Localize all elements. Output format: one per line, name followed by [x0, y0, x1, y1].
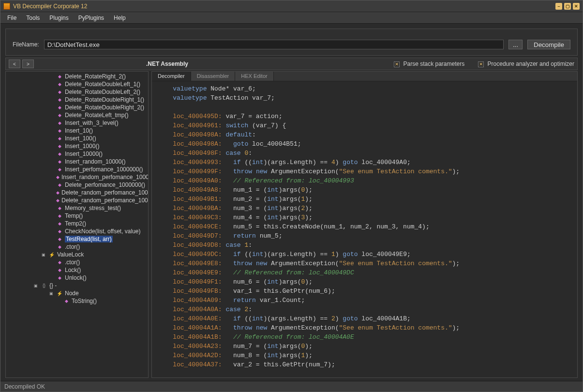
tree-item[interactable]: CheckNode(list, offset, value): [6, 227, 148, 235]
code-line: loc_400049F1: num_6 = (int)args(0);: [158, 277, 571, 286]
app-icon: [3, 3, 10, 10]
menu-file[interactable]: File: [2, 12, 21, 24]
tree-item[interactable]: Temp2(): [6, 220, 148, 227]
parse-stack-checkbox[interactable]: ✕ Parse stack parameters: [394, 60, 464, 67]
code-line: loc_40004A1A: throw new ArgumentExceptio…: [158, 323, 571, 332]
tree-expander-icon[interactable]: ▣: [49, 291, 54, 296]
nav-back-button[interactable]: <: [9, 60, 20, 68]
code-line: loc_400049A0: // Referenced from: loc_40…: [158, 176, 571, 185]
code-line: loc_40004A09: return var_1.Count;: [158, 296, 571, 305]
tree-item[interactable]: Delete_RotateDoubleRight_1(): [6, 96, 148, 104]
tree-item-label: Insert_random_perfomance_1000000(): [61, 174, 148, 181]
tree-item[interactable]: Insert_random_perfomance_1000000(): [6, 173, 148, 181]
nav-forward-button[interactable]: >: [22, 60, 34, 68]
browse-button[interactable]: ...: [508, 40, 523, 49]
menu-plugins[interactable]: Plugins: [45, 12, 73, 24]
parse-stack-label: Parse stack parameters: [404, 60, 465, 67]
tree-expander-icon[interactable]: ▣: [42, 253, 46, 257]
tree-item[interactable]: Insert_1000(): [6, 142, 148, 150]
code-line: loc_400049D7: return num_5;: [158, 231, 571, 241]
tree-item[interactable]: ▣ Node: [6, 289, 148, 297]
minimize-button[interactable]: –: [555, 3, 562, 10]
close-button[interactable]: ✕: [573, 3, 580, 10]
tree-item-label: Delete_RotateDoubleRight_2(): [65, 104, 144, 111]
code-view[interactable]: valuetype Node* var_6; valuetype TestAct…: [152, 81, 577, 377]
tree-item[interactable]: Delete_RotateDoubleLeft_1(): [6, 80, 148, 88]
code-line: loc_40004A1B: // Referenced from: loc_40…: [158, 332, 571, 342]
tree-horizontal-scrollbar[interactable]: [6, 370, 148, 377]
tree-item-label: ValueLock: [57, 251, 84, 258]
tree-item[interactable]: Delete_RotateDoubleLeft_2(): [6, 88, 148, 96]
method-icon: [56, 105, 63, 110]
assembly-type-label: .NET Assembly: [146, 60, 188, 67]
tree-item[interactable]: Delete_perfomance_1000000(): [6, 181, 148, 189]
tree-item[interactable]: Delete_RotateDoubleRight_2(): [6, 104, 148, 111]
tree-item[interactable]: Memory_stress_test(): [6, 204, 148, 212]
tree-item[interactable]: TestRead(list, arr): [6, 235, 148, 243]
tree-item-label: CheckNode(list, offset, value): [65, 228, 141, 235]
code-line: loc_40004A0E: if ((int)(args.Length) == …: [158, 314, 571, 323]
method-icon: [56, 136, 63, 141]
code-panel: Decompiler Disassembler HEX Editor value…: [151, 71, 578, 378]
tree-item[interactable]: Insert_with_3_level(): [6, 119, 148, 127]
method-icon: [56, 174, 60, 180]
tree-item[interactable]: Delete_RotateLeft_tmp(): [6, 111, 148, 119]
menu-help[interactable]: Help: [109, 12, 131, 24]
code-line: [158, 103, 571, 112]
proc-analyzer-checkbox[interactable]: ✕ Procedure analyzer and optimizer: [478, 60, 574, 67]
class-icon: [48, 252, 55, 257]
tab-hex-editor[interactable]: HEX Editor: [235, 72, 273, 81]
menu-pyplugins[interactable]: PyPlugins: [74, 12, 109, 24]
tree-item-label: Memory_stress_test(): [65, 205, 121, 211]
method-icon: [56, 228, 63, 234]
checkbox-icon: ✕: [394, 61, 400, 67]
tree-item[interactable]: ToString(): [6, 297, 148, 305]
filename-label: FileName:: [13, 41, 39, 48]
tree-item[interactable]: Insert_10(): [6, 127, 148, 135]
tree-item[interactable]: Insert_10000(): [6, 150, 148, 158]
filename-input[interactable]: [44, 40, 504, 49]
tree-item-label: ToString(): [72, 298, 97, 304]
tree-item-label: .ctor(): [65, 259, 80, 266]
code-line: loc_40004961: switch (var_7) {: [158, 121, 571, 130]
tab-disassembler[interactable]: Disassembler: [191, 72, 236, 81]
code-line: loc_40004A23: num_7 = (int)args(0);: [158, 342, 571, 351]
tree-expander-icon[interactable]: ▣: [34, 284, 39, 288]
menu-tools[interactable]: Tools: [21, 12, 45, 24]
tree-item[interactable]: Delete_RotateRight_2(): [6, 73, 148, 80]
method-icon: [56, 259, 63, 265]
menubar: File Tools Plugins PyPlugins Help: [0, 12, 583, 24]
code-line: loc_40004A37: var_2 = this.GetPtr(num_7)…: [158, 360, 571, 369]
tree-item-label: Insert_with_3_level(): [65, 120, 119, 126]
tree-item[interactable]: Delete_random_perfomance_1000000(): [6, 189, 148, 196]
tree-item-label: Insert_random_10000(): [65, 158, 125, 165]
code-line: valuetype Node* var_6;: [158, 84, 571, 93]
tree-item[interactable]: Unlock(): [6, 274, 148, 282]
method-icon: [56, 120, 63, 126]
tree-item[interactable]: .ctor(): [6, 243, 148, 251]
class-icon: [56, 290, 63, 296]
tree-item[interactable]: Temp(): [6, 212, 148, 220]
tree-item[interactable]: ▣ {} -: [6, 282, 148, 289]
tree-item[interactable]: Lock(): [6, 266, 148, 274]
brace-icon: [41, 283, 47, 288]
code-line: loc_400049DC: if ((int)(args.Length) == …: [158, 250, 571, 259]
code-line: loc_400049E8: throw new ArgumentExceptio…: [158, 259, 571, 268]
tree-item[interactable]: .ctor(): [6, 258, 148, 266]
sub-toolbar: < > .NET Assembly ✕ Parse stack paramete…: [5, 58, 578, 70]
status-text: Decompiled OK: [4, 383, 45, 390]
tree-item[interactable]: Insert_random_10000(): [6, 158, 148, 166]
code-line: loc_4000499F: throw new ArgumentExceptio…: [158, 167, 571, 176]
code-line: loc_400049B1: num_2 = (int)args(1);: [158, 195, 571, 204]
tree-view[interactable]: Delete_RotateRight_2()Delete_RotateDoubl…: [6, 72, 148, 370]
tree-item[interactable]: Insert_perfomance_1000000(): [6, 166, 148, 173]
file-row: FileName: ... Decompile: [5, 29, 578, 56]
tree-item[interactable]: ▣ ValueLock: [6, 251, 148, 258]
tab-decompiler[interactable]: Decompiler: [152, 72, 191, 81]
maximize-button[interactable]: ▢: [564, 3, 571, 10]
tree-item-label: Delete_RotateRight_2(): [65, 73, 126, 80]
tree-item[interactable]: Insert_100(): [6, 135, 148, 142]
method-icon: [56, 205, 63, 211]
decompile-button[interactable]: Decompile: [527, 40, 570, 49]
tree-item[interactable]: Delete_random_perfomance_100000(): [6, 196, 148, 204]
